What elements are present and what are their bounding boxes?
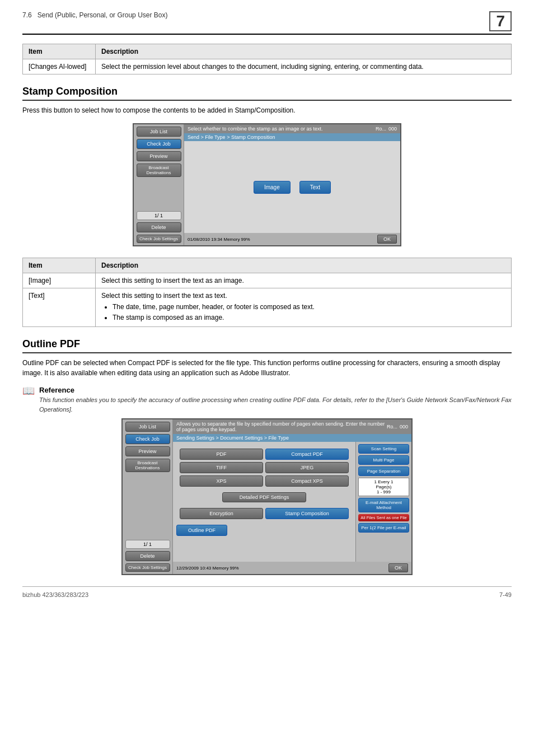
text-choice-btn[interactable]: Text	[299, 181, 331, 194]
reference-title: Reference	[39, 386, 512, 394]
check-job-settings-btn[interactable]: Check Job Settings	[137, 235, 181, 243]
scan-setting-btn[interactable]: Scan Setting	[358, 444, 409, 454]
stamp-composition-heading: Stamp Composition	[22, 86, 512, 101]
outline-job-list-btn[interactable]: Job List	[125, 422, 170, 432]
jpeg-btn[interactable]: JPEG	[265, 462, 349, 473]
per-file-btn[interactable]: Per 1(2 File per E-mail	[358, 523, 409, 533]
outline-top-icons: Ro... 000	[387, 424, 408, 430]
col-item-header: Item	[23, 44, 96, 59]
item-cell: [Changes Al-lowed]	[23, 59, 96, 74]
device-sidebar: Job List Check Job Preview Broadcast Des…	[134, 124, 184, 245]
top-bar-icons: Ro... 000	[376, 126, 397, 132]
section-label: 7.6 Send (Public, Personal, or Group Use…	[22, 11, 167, 19]
outline-device-sidebar: Job List Check Job Preview Broadcast Des…	[123, 419, 173, 574]
tiff-btn[interactable]: TIFF	[180, 462, 263, 473]
reference-icon: 📖	[22, 386, 35, 396]
ok-btn[interactable]: OK	[377, 235, 397, 244]
side-panel: Scan Setting Multi Page Page Separation …	[355, 442, 411, 562]
outline-pdf-heading: Outline PDF	[22, 338, 512, 353]
outline-pdf-btn[interactable]: Outline PDF	[176, 525, 227, 536]
reference-box: 📖 Reference This function enables you to…	[22, 386, 512, 414]
compact-pdf-btn[interactable]: Compact PDF	[265, 449, 349, 460]
device-breadcrumb: Send > File Type > Stamp Composition	[184, 133, 400, 141]
all-files-btn[interactable]: All Files Sent as one File	[358, 514, 409, 521]
outline-ok-btn[interactable]: OK	[388, 563, 408, 572]
reference-content: Reference This function enables you to s…	[39, 386, 512, 414]
text-bullets: The date, time, page number, header, or …	[113, 302, 505, 323]
file-buttons-grid: PDF Compact PDF TIFF JPEG XPS Compact XP…	[176, 445, 352, 490]
outline-broadcast-btn[interactable]: Broadcast Destinations	[125, 459, 170, 472]
table-row: [Image] Select this setting to insert th…	[23, 273, 512, 288]
reference-text: This function enables you to specify the…	[39, 395, 512, 414]
detailed-pdf-btn[interactable]: Detailed PDF Settings	[176, 492, 352, 502]
outline-device-main: Allows you to separate the file by speci…	[173, 419, 411, 574]
first-info-table: Item Description [Changes Al-lowed] Sele…	[22, 44, 512, 74]
broadcast-btn[interactable]: Broadcast Destinations	[137, 164, 181, 177]
page-num-display: 1 Every 1Page(s)1 - 999	[358, 478, 409, 496]
second-info-table: Item Description [Image] Select this set…	[22, 258, 512, 327]
page-footer: bizhub 423/363/283/223 7-49	[22, 586, 512, 598]
device-content: Image Text	[184, 141, 400, 233]
footer-datetime: 01/08/2010 19:34 Memory 99%	[188, 237, 250, 242]
image-item: [Image]	[23, 273, 96, 288]
extra-buttons: Encryption Stamp Composition	[176, 505, 352, 522]
outline-pdf-desc: Outline PDF can be selected when Compact…	[22, 358, 512, 378]
outline-top-bar: Allows you to separate the file by speci…	[173, 419, 411, 434]
bullet-2: The stamp is composed as an image.	[113, 312, 505, 323]
text-desc: Select this setting to insert the text a…	[96, 288, 512, 327]
chapter-number: 7	[489, 11, 512, 31]
email-attachment-btn[interactable]: E-mail Attachment Method	[358, 498, 409, 512]
device-top-bar: Select whether to combine the stamp as a…	[184, 124, 400, 133]
outline-breadcrumb: Sending Settings > Document Settings > F…	[173, 434, 411, 442]
outline-device-footer: 12/29/2009 10:43 Memory 99% OK	[173, 562, 411, 574]
preview-btn[interactable]: Preview	[137, 151, 181, 161]
outline-preview-btn[interactable]: Preview	[125, 446, 170, 456]
page-header: 7.6 Send (Public, Personal, or Group Use…	[22, 11, 512, 35]
page-num-display: 1/ 1	[137, 211, 181, 220]
outline-pdf-btn-container: Outline PDF	[176, 525, 352, 536]
col2-item-header: Item	[23, 258, 96, 273]
xps-btn[interactable]: XPS	[180, 475, 263, 487]
col-desc-header: Description	[96, 44, 512, 59]
stamp-composition-desc: Press this button to select how to compo…	[22, 105, 512, 115]
desc-cell: Select the permission level about change…	[96, 59, 512, 74]
stamp-composition-screen: Job List Check Job Preview Broadcast Des…	[133, 123, 401, 246]
check-job-btn[interactable]: Check Job	[137, 139, 181, 149]
table-row: [Text] Select this setting to insert the…	[23, 288, 512, 327]
delete-btn[interactable]: Delete	[137, 222, 181, 232]
device-footer: 01/08/2010 19:34 Memory 99% OK	[184, 233, 400, 245]
text-item: [Text]	[23, 288, 96, 327]
image-desc: Select this setting to insert the text a…	[96, 273, 512, 288]
outline-check-job-btn[interactable]: Check Job	[125, 434, 170, 444]
outline-page-num: 1/ 1	[125, 540, 170, 549]
pdf-btn[interactable]: PDF	[180, 449, 263, 460]
stamp-composition-btn[interactable]: Stamp Composition	[265, 508, 349, 519]
outline-pdf-screen: Job List Check Job Preview Broadcast Des…	[121, 418, 413, 575]
outline-settings-btn[interactable]: Check Job Settings	[125, 563, 170, 572]
compact-xps-btn[interactable]: Compact XPS	[265, 475, 349, 487]
col2-desc-header: Description	[96, 258, 512, 273]
outline-top-text: Allows you to separate the file by speci…	[176, 421, 387, 432]
bullet-1: The date, time, page number, header, or …	[113, 302, 505, 312]
footer-page: 7-49	[499, 591, 512, 598]
outline-delete-btn[interactable]: Delete	[125, 551, 170, 561]
top-bar-text: Select whether to combine the stamp as a…	[188, 126, 323, 132]
outline-content-area: PDF Compact PDF TIFF JPEG XPS Compact XP…	[173, 442, 411, 562]
multi-page-btn[interactable]: Multi Page	[358, 455, 409, 465]
device-main: Select whether to combine the stamp as a…	[184, 124, 400, 245]
image-choice-btn[interactable]: Image	[254, 181, 291, 194]
encryption-btn[interactable]: Encryption	[180, 508, 263, 519]
page-separation-btn[interactable]: Page Separation	[358, 466, 409, 476]
outline-footer-datetime: 12/29/2009 10:43 Memory 99%	[176, 566, 239, 571]
table-row: [Changes Al-lowed] Select the permission…	[23, 59, 512, 74]
job-list-btn[interactable]: Job List	[137, 127, 181, 137]
footer-model: bizhub 423/363/283/223	[22, 591, 88, 598]
file-type-grid: PDF Compact PDF TIFF JPEG XPS Compact XP…	[173, 442, 355, 562]
